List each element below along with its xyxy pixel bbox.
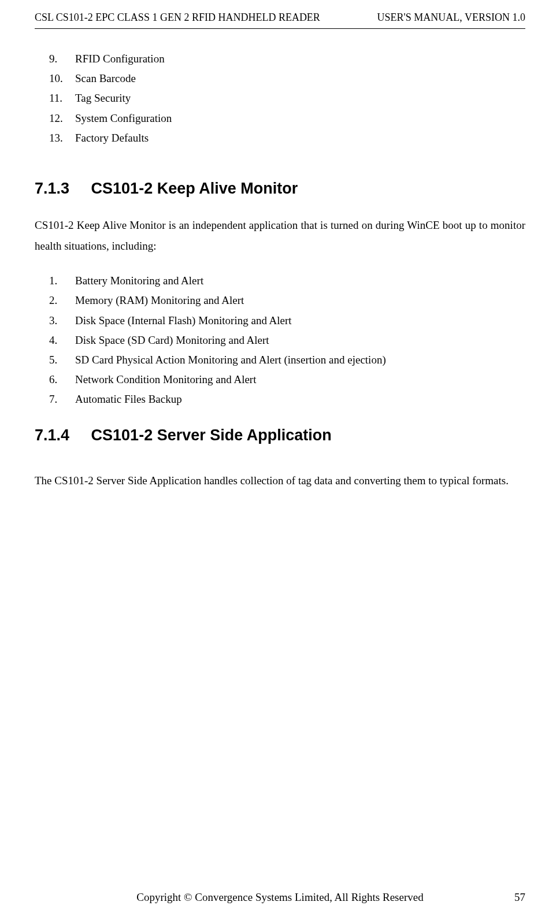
list-number: 7. (49, 389, 75, 409)
list-item: 6. Network Condition Monitoring and Aler… (49, 370, 525, 389)
list-item: 10. Scan Barcode (49, 69, 525, 88)
list-item: 5. SD Card Physical Action Monitoring an… (49, 350, 525, 370)
page-footer: Copyright © Convergence Systems Limited,… (35, 891, 525, 904)
list-text: SD Card Physical Action Monitoring and A… (75, 350, 386, 370)
section-number: 7.1.3 (35, 180, 69, 198)
list-text: Scan Barcode (75, 69, 136, 88)
list-item: 12. System Configuration (49, 109, 525, 128)
list-item: 1. Battery Monitoring and Alert (49, 271, 525, 291)
continued-list: 9. RFID Configuration 10. Scan Barcode 1… (35, 49, 525, 148)
header-left-text: CSL CS101-2 EPC CLASS 1 GEN 2 RFID HANDH… (35, 12, 320, 24)
list-number: 10. (49, 69, 75, 88)
section-title: CS101-2 Server Side Application (91, 426, 332, 444)
footer-page-number: 57 (514, 891, 525, 904)
list-text: Automatic Files Backup (75, 389, 182, 409)
page-content: 9. RFID Configuration 10. Scan Barcode 1… (35, 29, 525, 492)
page-header: CSL CS101-2 EPC CLASS 1 GEN 2 RFID HANDH… (35, 0, 525, 29)
section-713-intro: CS101-2 Keep Alive Monitor is an indepen… (35, 215, 525, 257)
list-item: 3. Disk Space (Internal Flash) Monitorin… (49, 311, 525, 331)
section-heading-714: 7.1.4 CS101-2 Server Side Application (35, 426, 525, 444)
list-text: Tag Security (75, 88, 131, 108)
section-number: 7.1.4 (35, 426, 69, 444)
list-text: RFID Configuration (75, 49, 165, 69)
header-right-text: USER'S MANUAL, VERSION 1.0 (377, 12, 525, 24)
section-714-body: The CS101-2 Server Side Application hand… (35, 470, 525, 491)
list-item: 11. Tag Security (49, 88, 525, 108)
list-text: Memory (RAM) Monitoring and Alert (75, 291, 244, 310)
list-text: Disk Space (Internal Flash) Monitoring a… (75, 311, 292, 331)
list-number: 3. (49, 311, 75, 331)
list-number: 1. (49, 271, 75, 291)
section-title: CS101-2 Keep Alive Monitor (91, 180, 298, 197)
list-item: 13. Factory Defaults (49, 128, 525, 148)
section-713-list: 1. Battery Monitoring and Alert 2. Memor… (35, 271, 525, 409)
list-text: Factory Defaults (75, 128, 149, 148)
footer-copyright: Copyright © Convergence Systems Limited,… (136, 891, 423, 904)
list-text: Disk Space (SD Card) Monitoring and Aler… (75, 331, 269, 350)
list-number: 5. (49, 350, 75, 370)
list-text: System Configuration (75, 109, 172, 128)
list-number: 12. (49, 109, 75, 128)
list-item: 4. Disk Space (SD Card) Monitoring and A… (49, 331, 525, 350)
list-text: Network Condition Monitoring and Alert (75, 370, 256, 389)
list-number: 6. (49, 370, 75, 389)
list-item: 9. RFID Configuration (49, 49, 525, 69)
list-number: 11. (49, 88, 75, 108)
list-item: 2. Memory (RAM) Monitoring and Alert (49, 291, 525, 310)
list-number: 9. (49, 49, 75, 69)
section-heading-713: 7.1.3 CS101-2 Keep Alive Monitor (35, 180, 525, 198)
list-number: 4. (49, 331, 75, 350)
list-number: 2. (49, 291, 75, 310)
list-number: 13. (49, 128, 75, 148)
list-text: Battery Monitoring and Alert (75, 271, 203, 291)
list-item: 7. Automatic Files Backup (49, 389, 525, 409)
